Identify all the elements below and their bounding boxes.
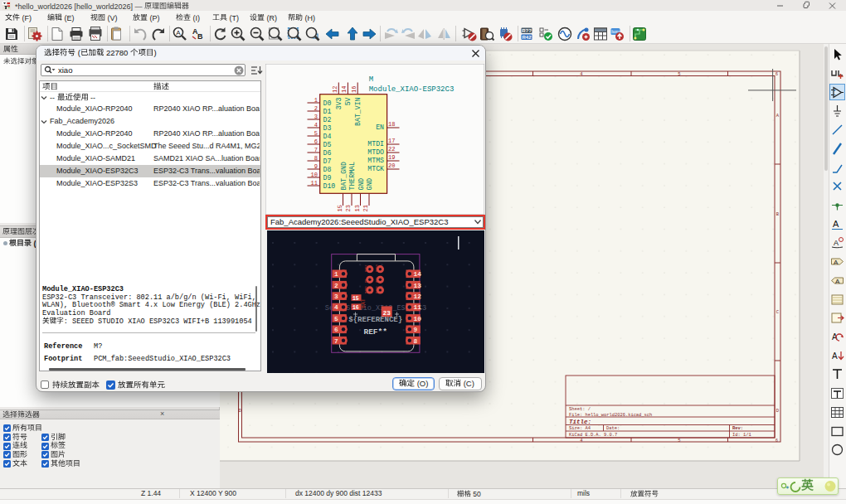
svg-text:${REFERENCE}: ${REFERENCE} (348, 316, 402, 324)
svg-text:9: 9 (314, 163, 318, 170)
svg-text:22: 22 (388, 146, 395, 153)
svg-text:MTCK: MTCK (375, 286, 378, 293)
svg-text:5V: 5V (344, 97, 352, 105)
svg-text:15: 15 (352, 296, 359, 302)
svg-text:21: 21 (362, 205, 369, 211)
svg-text:MTCK: MTCK (367, 165, 384, 172)
svg-text:13: 13 (354, 205, 361, 211)
svg-text:17: 17 (388, 138, 395, 144)
svg-text:6: 6 (776, 438, 778, 443)
svg-text:Size: A4: Size: A4 (569, 426, 591, 431)
svg-text:19: 19 (388, 154, 395, 161)
svg-text:4: 4 (334, 304, 338, 311)
svg-text:1: 1 (314, 97, 318, 104)
svg-text:1: 1 (334, 271, 338, 278)
svg-text:15: 15 (337, 205, 343, 211)
svg-text:D7: D7 (323, 158, 332, 165)
svg-text:16: 16 (352, 305, 359, 311)
svg-text:2: 2 (334, 283, 338, 289)
svg-text:A: A (833, 219, 839, 229)
svg-text:EN: EN (376, 124, 384, 131)
svg-text:11: 11 (311, 180, 318, 187)
svg-text:KiCad E.D.A. 9.0.7: KiCad E.D.A. 9.0.7 (569, 433, 617, 438)
svg-text:7: 7 (334, 338, 338, 345)
svg-text:5: 5 (334, 316, 338, 322)
svg-text:MTDO: MTDO (367, 148, 384, 156)
svg-text:D10: D10 (323, 182, 336, 190)
svg-text:18: 18 (388, 121, 395, 128)
svg-text:MTMS: MTMS (364, 286, 367, 293)
svg-text:14: 14 (341, 86, 348, 93)
svg-text:D8: D8 (323, 166, 332, 173)
svg-text:5: 5 (678, 438, 680, 443)
svg-text:12: 12 (414, 293, 422, 300)
svg-text:GND: GND (366, 178, 373, 191)
svg-text:D0: D0 (323, 99, 332, 107)
svg-text:D5: D5 (323, 141, 332, 148)
svg-text:3: 3 (334, 293, 338, 300)
svg-text:Rev:: Rev: (732, 426, 743, 431)
svg-text:GND: GND (357, 178, 365, 191)
svg-text:3V3: 3V3 (335, 97, 343, 109)
svg-text:D9: D9 (323, 174, 332, 182)
svg-text:BAT: BAT (361, 298, 367, 308)
svg-text:BAT_VIN: BAT_VIN (354, 97, 362, 125)
svg-text:R42: R42 (522, 34, 532, 39)
svg-text:10: 10 (311, 172, 318, 178)
svg-text:6: 6 (314, 138, 318, 145)
svg-text:R??: R?? (522, 27, 532, 32)
svg-text:D4: D4 (323, 133, 332, 140)
svg-text:D6: D6 (323, 149, 332, 157)
svg-text:12: 12 (332, 86, 338, 93)
svg-text:Title:: Title: (569, 419, 591, 425)
svg-text:14: 14 (414, 271, 422, 278)
svg-text:MTMS: MTMS (367, 157, 384, 164)
svg-text:5: 5 (314, 130, 318, 137)
svg-text:BAT_GND: BAT_GND (340, 162, 348, 190)
svg-text:A: A (832, 351, 838, 361)
svg-text:B: B (197, 32, 203, 41)
svg-text:EN: EN (364, 279, 367, 283)
svg-text:REF**: REF** (363, 327, 387, 337)
svg-text:A: A (835, 277, 840, 284)
svg-text:File: hello_world2026.kicad_sc: File: hello_world2026.kicad_sch (569, 413, 652, 418)
svg-text:23: 23 (345, 205, 352, 211)
svg-text:13: 13 (414, 283, 422, 289)
svg-text:20: 20 (388, 162, 395, 169)
svg-text:A: A (834, 259, 839, 266)
svg-text:MTDI: MTDI (364, 264, 367, 272)
svg-text:GND: GND (375, 278, 378, 283)
svg-text:7: 7 (314, 147, 318, 153)
svg-text:Module_XIAO-ESP32C3: Module_XIAO-ESP32C3 (369, 85, 455, 94)
svg-text:11: 11 (414, 304, 422, 311)
svg-text:M: M (369, 75, 373, 84)
svg-text:D2: D2 (323, 116, 332, 124)
svg-text:6: 6 (334, 327, 338, 333)
svg-text:8: 8 (314, 155, 318, 162)
svg-text:A: A (834, 239, 839, 247)
svg-text:Id: 1/1: Id: 1/1 (732, 433, 751, 438)
svg-text:10: 10 (414, 316, 422, 322)
svg-text:5: 5 (678, 71, 680, 77)
svg-text:9: 9 (414, 327, 418, 333)
svg-text:16: 16 (351, 86, 357, 93)
svg-text:MTDO: MTDO (375, 264, 378, 272)
svg-text:Sheet: /: Sheet: / (569, 407, 591, 412)
svg-text:D1: D1 (323, 108, 332, 115)
svg-text:THERMAL: THERMAL (348, 162, 356, 190)
svg-text:MTDI: MTDI (367, 140, 384, 148)
svg-text:3: 3 (314, 114, 318, 120)
svg-text:8: 8 (414, 338, 418, 345)
svg-text:Date:: Date: (606, 426, 620, 431)
svg-text:4: 4 (314, 122, 318, 128)
svg-text:2: 2 (314, 105, 318, 112)
svg-text:A: A (176, 29, 181, 36)
svg-text:6: 6 (776, 71, 778, 77)
svg-text:D3: D3 (323, 124, 332, 132)
